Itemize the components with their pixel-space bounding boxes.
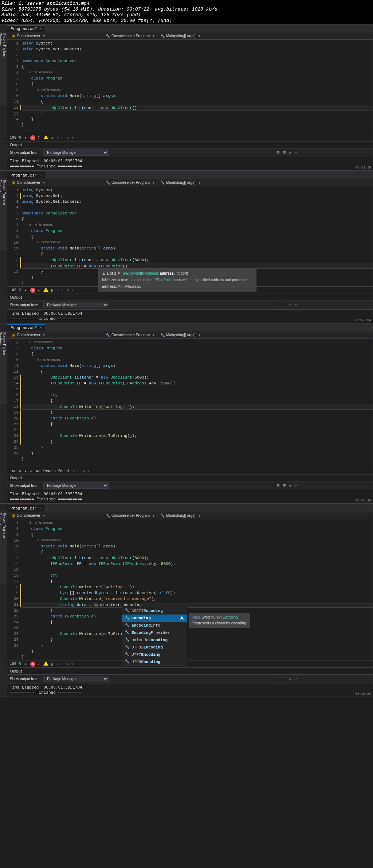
error-icon: ✕ (30, 135, 35, 140)
vs-frame-1: Server Explorer Toolbox Program.cs* × ▣C… (0, 24, 373, 171)
breadcrumb-project[interactable]: ▣Consoleserver▾ (9, 180, 48, 185)
status-bar: 100 % ▾ ✕ 2 0 ↓ ↑ ✎ ▾ (7, 134, 373, 141)
errors-badge[interactable]: ✕ 2 (30, 662, 40, 667)
intellisense-item[interactable]: 🔧EncodingInfo (122, 622, 187, 629)
open-icon[interactable]: ↗ (294, 151, 297, 155)
breadcrumb-class[interactable]: 🔧Consoleserver.Program▾ (48, 33, 157, 39)
code-editor[interactable]: 67 91011121314151617181920212223242526 0… (7, 339, 373, 468)
breadcrumb: ▣Consoleserver▾ 🔧Consoleserver.Program▾ … (7, 179, 373, 186)
intellisense-item[interactable]: 🔧UTF7Encoding (122, 651, 187, 658)
output-source-select[interactable]: Package Manager (43, 150, 109, 156)
warning-icon (43, 135, 48, 139)
file-tab[interactable]: Program.cs* × (7, 25, 45, 32)
tab-bar: Program.cs* × (7, 504, 373, 512)
sidebar[interactable]: Server Explorer Toolbox (0, 331, 7, 404)
intellisense-item[interactable]: 🔧EncodingProvider (122, 629, 187, 636)
signature-help-tooltip: ▲ 1 of 2 ▼ IPEndPoint(IPAddress address,… (98, 268, 256, 292)
intellisense-item[interactable]: 🔧UTF32Encoding (122, 644, 187, 651)
server-explorer-tab[interactable]: Server Explorer (2, 33, 6, 100)
tab-label: Program.cs* (11, 27, 37, 31)
media-file: File: 2. server application.mp4 (1, 1, 372, 7)
code-editor[interactable]: 78 9101112131415161718192021222324252627… (7, 519, 373, 660)
check-icon: ✔ (30, 469, 32, 473)
timestamp: 00:01:30 (356, 166, 371, 170)
vs-frame-2: Server Explorer Toolbox Program.cs* × ▣C… (0, 171, 373, 323)
intellisense-item-selected[interactable]: 🔧Encoding⮝ (122, 615, 187, 622)
tab-bar: Program.cs* × (7, 323, 373, 332)
breadcrumb: ▣Consoleserver▾ 🔧Consoleserver.Program▾ … (7, 512, 373, 519)
breadcrumb-class[interactable]: 🔧Consoleserver.Program▾ (48, 180, 157, 185)
clear-icon[interactable]: ☰ (276, 151, 280, 155)
vs-frame-3: Server Explorer Toolbox Program.cs* × ▣C… (0, 323, 373, 504)
timestamp: 00:02:58 (356, 318, 371, 322)
project-icon: ▣ (12, 34, 15, 38)
wrap-icon[interactable]: ≡ (289, 151, 291, 155)
code-area[interactable]: using System; using System.Net; using Sy… (21, 186, 373, 286)
breadcrumb-method[interactable]: 🔧Main(string[] args)▾ (157, 33, 370, 39)
sidebar[interactable]: Server Explorer Toolbox (0, 178, 7, 251)
code-area[interactable]: using System; using System.Net.Sockets; … (21, 40, 373, 134)
errors-badge[interactable]: ✕ 2 (30, 135, 40, 140)
line-gutter: 12345 67 891011121314 (7, 40, 21, 134)
media-info-header: File: 2. server application.mp4 Size: 56… (0, 0, 373, 24)
breadcrumb-method[interactable]: 🔧Main(string[] args)▾ (157, 180, 370, 185)
intellisense-item[interactable]: 🔧UnicodeEncoding (122, 636, 187, 644)
intellisense-popup[interactable]: 🔧ASCIIEncoding 🔧Encoding⮝ 🔧EncodingInfo … (122, 607, 187, 666)
warnings-badge[interactable]: 0 (43, 135, 53, 140)
line-gutter: 78 9101112131415161718192021222324252627… (7, 519, 21, 660)
output-toolbar-icons: ☰ ☰ ≡ ↗ (276, 151, 297, 155)
output-panel: Output Show output from: Package Manager… (7, 141, 373, 170)
quickinfo-tooltip: class System.Text.Encoding Represents a … (189, 613, 250, 628)
toggle-icon[interactable]: ☰ (283, 151, 286, 155)
code-area[interactable]: 0 references class Program { 0 reference… (21, 519, 373, 660)
output-title: Output (7, 142, 373, 148)
code-area[interactable]: 0 references class Program { 0 reference… (21, 339, 373, 468)
output-source-select[interactable]: Package Manager (43, 302, 109, 308)
output-panel: Output Show output from: Package Manager… (7, 294, 373, 323)
media-video: Video: h264, yuv420p, 1280x720, 889 kb/s… (1, 18, 372, 24)
warnings-badge[interactable]: 0 (43, 287, 53, 293)
timestamp: 00:04:26 (356, 499, 371, 503)
output-source-select[interactable]: Package Manager (43, 676, 109, 682)
zoom-level[interactable]: 100 % (10, 136, 21, 140)
output-source-select[interactable]: Package Manager (43, 483, 109, 489)
close-icon[interactable]: × (39, 27, 42, 31)
status-bar: 100 % ▾ ✕ 2 0 ↓ ↑ ✎ ▾ (7, 660, 373, 667)
sidebar[interactable]: Server Explorer Toolbox (0, 511, 7, 584)
timestamp: 00:05:54 (356, 692, 371, 696)
close-icon[interactable]: × (39, 173, 42, 178)
overload-count: ▲ 1 of 2 ▼ (102, 271, 121, 275)
output-panel: Output Show output from: Package Manager… (7, 667, 373, 697)
class-icon: 🔧 (106, 34, 110, 38)
line-gutter: 67 91011121314151617181920212223242526 (7, 339, 21, 468)
close-icon[interactable]: × (39, 326, 42, 330)
intellisense-item[interactable]: 🔧UTF8Encoding (122, 658, 187, 666)
show-output-label: Show output from: (10, 151, 39, 155)
breadcrumb-project[interactable]: ▣Consoleserver▾ (9, 33, 48, 39)
breadcrumb: ▣Consoleserver▾ 🔧Consoleserver.Program▾ … (7, 32, 373, 40)
errors-badge[interactable]: ✕ 2 (30, 288, 40, 293)
intellisense-item[interactable]: 🔧ASCIIEncoding (122, 607, 187, 615)
code-editor[interactable]: 12345 67 891011121314 using System; usin… (7, 40, 373, 134)
output-toolbar: Show output from: Package Manager ☰ ☰ ≡ … (7, 148, 373, 157)
method-icon: 🔧 (160, 34, 165, 38)
toolbox-tab[interactable]: Toolbox (0, 33, 2, 100)
file-tab[interactable]: Program.cs* × (7, 172, 45, 179)
output-body: Time Elapsed: 00:00:01.5951704 =========… (7, 157, 373, 170)
sidebar[interactable]: Server Explorer Toolbox (0, 32, 7, 105)
status-bar: 100 % ▾ ✔ No issues found ↓ ↑ ✎ ▾ (7, 468, 373, 474)
tab-bar: Program.cs* × (7, 24, 373, 32)
tooltip-description: Initializes a new instance of the IPEndP… (102, 277, 252, 283)
file-tab[interactable]: Program.cs* × (7, 505, 45, 512)
breadcrumb: ▣Consoleserver▾ 🔧Consoleserver.Program▾ … (7, 332, 373, 339)
code-editor[interactable]: 123456 78 9101112131415 using System; us… (7, 186, 373, 286)
output-panel: Output Show output from: Package Manager… (7, 474, 373, 503)
line-gutter: 123456 78 9101112131415 (7, 186, 21, 286)
vs-frame-4: Server Explorer Toolbox Program.cs* × ▣C… (0, 504, 373, 697)
tab-bar: Program.cs* × (7, 171, 373, 179)
close-icon[interactable]: × (39, 506, 42, 511)
file-tab[interactable]: Program.cs* × (7, 324, 45, 331)
media-audio: Audio: aac, 44100 Hz, stereo, s16, 128 k… (1, 12, 372, 18)
warnings-badge[interactable]: 0 (43, 661, 53, 667)
media-size: Size: 56793375 bytes (54.16 MiB), durati… (1, 7, 372, 12)
